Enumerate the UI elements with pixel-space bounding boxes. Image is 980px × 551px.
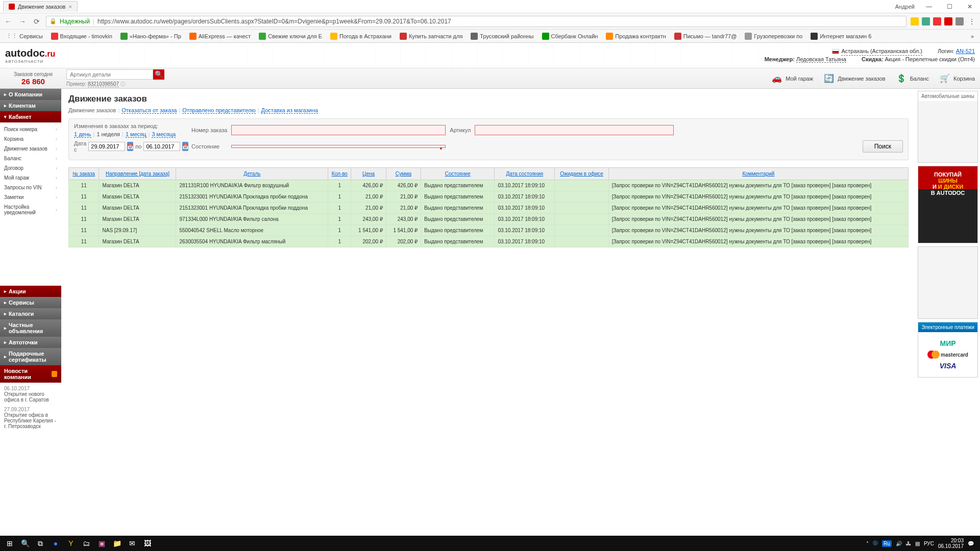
mastercard-logo: mastercard <box>922 350 973 359</box>
reload-button[interactable]: ⟳ <box>32 17 42 26</box>
nav-item[interactable]: Корзина <box>0 134 61 144</box>
search-hint-value[interactable]: 83210398507 <box>88 81 119 87</box>
nav-section[interactable]: О Компании <box>0 89 61 100</box>
close-tab-icon[interactable]: × <box>68 4 71 10</box>
date-from-input[interactable] <box>88 142 125 151</box>
bookmark-item[interactable]: Сбербанк Онлайн <box>539 32 601 41</box>
orders-today: Заказов сегодня 26 860 <box>5 71 61 86</box>
period-link[interactable]: 1 день <box>74 131 91 138</box>
toolbar-link[interactable]: 💲Баланс <box>896 73 929 84</box>
table-row[interactable]: 11Магазин DELTA2151323001 HYUNDAI/KIA Пр… <box>69 203 909 214</box>
nav-section[interactable]: Акции <box>0 286 61 297</box>
table-row[interactable]: 11Магазин DELTA2151323001 HYUNDAI/KIA Пр… <box>69 191 909 203</box>
bookmark-item[interactable]: Трусовский районны <box>468 32 536 41</box>
apps-button[interactable]: ⋮⋮Сервисы <box>3 32 46 40</box>
table-row[interactable]: 11Магазин DELTA2630035504 HYUNDAI/KIA Фи… <box>69 236 909 247</box>
ext-icon[interactable] <box>911 17 919 26</box>
bookmark-item[interactable]: «Нано-ферма» - Пр <box>117 32 184 41</box>
table-row[interactable]: 11Магазин DELTA281131R100 HYUNDAI/KIA Фи… <box>69 180 909 191</box>
bookmark-item[interactable]: AliExpress — качест <box>186 32 254 41</box>
artikul-input[interactable] <box>475 125 674 135</box>
ext-icon[interactable] <box>922 17 930 26</box>
tab-link[interactable]: Доставка из магазина <box>261 107 318 114</box>
nav-item[interactable]: Заметки <box>0 192 61 202</box>
tab-link[interactable]: Отправлено представителю <box>182 107 255 114</box>
table-row[interactable]: 11NAS [29.09.17]550040542 SHELL Масло мо… <box>69 225 909 236</box>
table-header[interactable]: № заказа <box>69 168 99 180</box>
order-number-input[interactable] <box>231 125 446 135</box>
ext-icon[interactable] <box>933 17 941 26</box>
close-button[interactable]: ✕ <box>960 0 980 13</box>
menu-button[interactable]: ⋮ <box>967 17 977 26</box>
nav-item[interactable]: Запросы по VIN <box>0 183 61 192</box>
nav-section[interactable]: Сервисы <box>0 297 61 308</box>
ad-screenshot[interactable] <box>918 246 978 319</box>
location[interactable]: Астрахань (Астраханская обл.) <box>841 47 922 56</box>
search-button[interactable]: Поиск <box>863 140 903 153</box>
back-button[interactable]: ← <box>3 17 13 26</box>
nav-item[interactable]: Поиск номера <box>0 124 61 134</box>
date-to-input[interactable] <box>143 142 180 151</box>
nav-item[interactable]: Баланс <box>0 154 61 163</box>
logo[interactable]: autodoc.ru АВТОЗАПЧАСТИ <box>5 47 92 64</box>
table-header[interactable]: Ожидаем в офисе <box>555 168 608 180</box>
nav-item[interactable]: Движение заказов <box>0 144 61 154</box>
bookmark-item[interactable]: Письмо — tandr77@ <box>671 32 740 41</box>
table-header[interactable]: Деталь <box>176 168 328 180</box>
toolbar-link[interactable]: 🔄Движение заказов <box>823 73 885 84</box>
period-link[interactable]: 1 месяц <box>126 131 146 138</box>
bookmarks-overflow[interactable]: » <box>968 32 977 40</box>
period-link[interactable]: 3 месяца <box>152 131 176 138</box>
bookmark-item[interactable]: Интернет магазин 6 <box>807 32 874 41</box>
news-text[interactable]: Открытие офиса в Республике Карелия - г.… <box>4 412 57 429</box>
bookmark-item[interactable]: Входящие - timovkin <box>48 32 115 41</box>
bookmark-item[interactable]: Продажа контрактн <box>603 32 669 41</box>
table-header[interactable]: Цена <box>351 168 386 180</box>
state-select[interactable] <box>231 145 446 148</box>
calendar-icon[interactable]: 📅 <box>127 142 133 151</box>
search-icon: 🔍 <box>155 70 163 78</box>
table-header[interactable]: Дата состояния <box>495 168 555 180</box>
bookmark-item[interactable]: Погода в Астрахани <box>327 32 395 41</box>
bookmark-item[interactable]: Купить запчасти для <box>397 32 465 41</box>
article-search-input[interactable] <box>66 69 153 80</box>
nav-section[interactable]: Автоточки <box>0 337 61 348</box>
nav-item[interactable]: Настройка уведомлений <box>0 202 61 217</box>
nav-section[interactable]: Кабинет <box>0 111 61 122</box>
table-header[interactable]: Состояние <box>421 168 495 180</box>
article-search-button[interactable]: 🔍 <box>153 69 164 80</box>
ext-icon[interactable] <box>944 17 952 26</box>
nav-section[interactable]: Подарочные сертификаты <box>0 348 61 365</box>
maximize-button[interactable]: ☐ <box>939 0 960 13</box>
nav-section[interactable]: Каталоги <box>0 308 61 319</box>
forward-button[interactable]: → <box>17 17 28 26</box>
nav-section[interactable]: Клиентам <box>0 100 61 111</box>
tab-link[interactable]: Отказаться от заказа <box>121 107 177 114</box>
ext-icon[interactable] <box>955 17 964 26</box>
login-link[interactable]: AN-521 <box>956 48 975 54</box>
bookmark-item[interactable]: Свежие ключи для E <box>256 32 325 41</box>
toolbar-link[interactable]: 🛒Корзина <box>939 73 975 84</box>
address-bar[interactable]: 🔒 Надежный | https://www.autodoc.ru/web/… <box>46 16 906 27</box>
table-header[interactable]: Сумма <box>386 168 421 180</box>
window-titlebar: Движение заказов × Андрей — ☐ ✕ <box>0 0 980 13</box>
browser-tab[interactable]: Движение заказов × <box>3 1 78 12</box>
nav-item[interactable]: Договор <box>0 163 61 173</box>
bookmark-item[interactable]: Грузоперевозки по <box>742 32 805 41</box>
table-row[interactable]: 11Магазин DELTA971334L000 HYUNDAI/KIA Фи… <box>69 214 909 225</box>
manager-name[interactable]: Ледовская Татьяна <box>796 56 846 63</box>
calendar-icon[interactable]: 📅 <box>182 142 188 151</box>
toolbar-link[interactable]: 🚗Мой гараж <box>771 73 813 84</box>
ad-promo[interactable]: ПОКУПАЙ ШИНЫ И И ДИСКИ В AUTODOC <box>918 166 978 243</box>
ad-tires-box[interactable]: Автомобильные шины <box>918 91 978 163</box>
minimize-button[interactable]: — <box>919 0 939 13</box>
nav-item[interactable]: Мой гараж <box>0 173 61 183</box>
cell-qty: 1 <box>328 214 351 225</box>
table-header[interactable]: Комментарий <box>608 168 908 180</box>
news-header[interactable]: Новости компании <box>0 365 61 383</box>
table-header[interactable]: Кол-во <box>328 168 351 180</box>
chrome-user[interactable]: Андрей <box>891 4 919 10</box>
news-text[interactable]: Открытие нового офиса в г. Саратов <box>4 391 57 403</box>
nav-section[interactable]: Частные объявления <box>0 319 61 337</box>
table-header[interactable]: Направление [дата заказа] <box>99 168 176 180</box>
